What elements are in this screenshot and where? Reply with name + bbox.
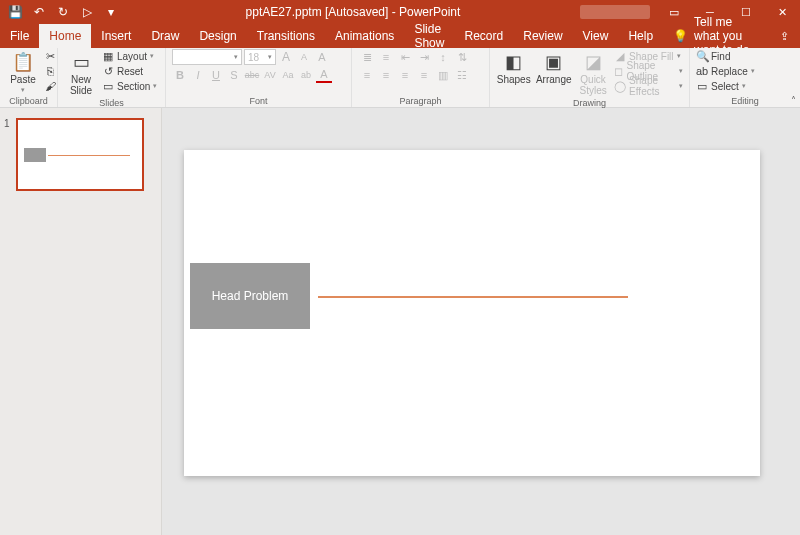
group-label-clipboard: Clipboard: [6, 96, 51, 107]
shapes-icon: ◧: [505, 51, 522, 73]
strikethrough-button[interactable]: abc: [244, 67, 260, 83]
shrink-font-button[interactable]: A: [296, 49, 312, 65]
workspace: 1 Head Problem: [0, 108, 800, 535]
ribbon-display-options-button[interactable]: ▭: [656, 0, 692, 24]
save-button[interactable]: 💾: [6, 3, 24, 21]
columns-button[interactable]: ▥: [434, 67, 452, 83]
qat-customize-button[interactable]: ▾: [102, 3, 120, 21]
thumb-shape-line: [48, 155, 130, 156]
slide-canvas-area[interactable]: Head Problem: [162, 108, 800, 535]
new-slide-icon: ▭: [73, 51, 90, 73]
cut-icon: ✂: [44, 50, 56, 63]
tab-animations[interactable]: Animations: [325, 24, 404, 48]
smartart-button[interactable]: ☷: [453, 67, 471, 83]
user-account[interactable]: [580, 5, 650, 19]
window-title: pptAE27.pptm [Autosaved] - PowerPoint: [126, 5, 580, 19]
shadow-button[interactable]: S: [226, 67, 242, 83]
slide[interactable]: Head Problem: [184, 150, 760, 476]
find-button[interactable]: 🔍Find: [696, 49, 755, 63]
increase-indent-button[interactable]: ⇥: [415, 49, 433, 65]
paste-button[interactable]: 📋 Paste ▾: [6, 49, 40, 96]
grow-font-button[interactable]: A: [278, 49, 294, 65]
start-from-beginning-button[interactable]: ▷: [78, 3, 96, 21]
find-icon: 🔍: [696, 50, 708, 63]
replace-icon: ab: [696, 65, 708, 77]
replace-button[interactable]: abReplace▾: [696, 64, 755, 78]
justify-button[interactable]: ≡: [415, 67, 433, 83]
slide-thumbnail-panel: 1: [0, 108, 162, 535]
change-case-button[interactable]: Aa: [280, 67, 296, 83]
tab-view[interactable]: View: [573, 24, 619, 48]
highlight-button[interactable]: ab: [298, 67, 314, 83]
quick-styles-button[interactable]: ◪ Quick Styles: [576, 49, 610, 98]
tab-design[interactable]: Design: [189, 24, 246, 48]
numbering-button[interactable]: ≡: [377, 49, 395, 65]
char-spacing-button[interactable]: AV: [262, 67, 278, 83]
align-right-button[interactable]: ≡: [396, 67, 414, 83]
group-label-font: Font: [172, 96, 345, 107]
layout-icon: ▦: [102, 50, 114, 63]
group-font: ▾ 18▾ A A A B I U S abc AV Aa ab A: [166, 48, 352, 107]
close-button[interactable]: ✕: [764, 0, 800, 24]
tell-me-search[interactable]: 💡 Tell me what you want to do: [663, 24, 768, 48]
format-painter-icon: 🖌: [44, 80, 56, 92]
font-size-combo[interactable]: 18▾: [244, 49, 276, 65]
shape-outline-icon: ◻: [614, 65, 623, 78]
text-direction-button[interactable]: ⇅: [453, 49, 471, 65]
slide-number: 1: [4, 118, 12, 191]
group-label-editing: Editing: [696, 96, 794, 107]
ribbon: 📋 Paste ▾ ✂ ⎘ 🖌 Clipboard ▭ New Slide ▦L…: [0, 48, 800, 108]
share-button[interactable]: ⇪: [768, 24, 800, 48]
shape-fill-icon: ◢: [614, 50, 626, 63]
tab-file[interactable]: File: [0, 24, 39, 48]
group-label-slides: Slides: [64, 98, 159, 109]
copy-button[interactable]: ⎘: [44, 64, 56, 78]
copy-icon: ⎘: [44, 65, 56, 77]
group-drawing: ◧ Shapes ▣ Arrange ◪ Quick Styles ◢Shape…: [490, 48, 690, 107]
tab-review[interactable]: Review: [513, 24, 572, 48]
bold-button[interactable]: B: [172, 67, 188, 83]
tab-record[interactable]: Record: [455, 24, 514, 48]
font-family-combo[interactable]: ▾: [172, 49, 242, 65]
lightbulb-icon: 💡: [673, 29, 688, 43]
section-button[interactable]: ▭Section▾: [102, 79, 157, 93]
quick-access-toolbar: 💾 ↶ ↻ ▷ ▾: [0, 3, 126, 21]
align-left-button[interactable]: ≡: [358, 67, 376, 83]
decorative-line[interactable]: [318, 296, 628, 298]
collapse-ribbon-button[interactable]: ˄: [791, 95, 796, 106]
tab-help[interactable]: Help: [618, 24, 663, 48]
font-color-button[interactable]: A: [316, 67, 332, 83]
bullets-button[interactable]: ≣: [358, 49, 376, 65]
line-spacing-button[interactable]: ↕: [434, 49, 452, 65]
reset-button[interactable]: ↺Reset: [102, 64, 157, 78]
quick-styles-icon: ◪: [585, 51, 602, 73]
redo-button[interactable]: ↻: [54, 3, 72, 21]
shapes-button[interactable]: ◧ Shapes: [496, 49, 531, 87]
layout-button[interactable]: ▦Layout▾: [102, 49, 157, 63]
select-icon: ▭: [696, 80, 708, 93]
format-painter-button[interactable]: 🖌: [44, 79, 56, 93]
undo-button[interactable]: ↶: [30, 3, 48, 21]
group-label-paragraph: Paragraph: [358, 96, 483, 107]
decrease-indent-button[interactable]: ⇤: [396, 49, 414, 65]
cut-button[interactable]: ✂: [44, 49, 56, 63]
new-slide-button[interactable]: ▭ New Slide: [64, 49, 98, 98]
shape-effects-icon: ◯: [614, 80, 626, 93]
arrange-button[interactable]: ▣ Arrange: [535, 49, 572, 87]
italic-button[interactable]: I: [190, 67, 206, 83]
underline-button[interactable]: U: [208, 67, 224, 83]
tab-home[interactable]: Home: [39, 24, 91, 48]
shape-effects-button[interactable]: ◯Shape Effects▾: [614, 79, 683, 93]
ribbon-tabs: File Home Insert Draw Design Transitions…: [0, 24, 800, 48]
align-center-button[interactable]: ≡: [377, 67, 395, 83]
tab-slideshow[interactable]: Slide Show: [404, 24, 454, 48]
clear-formatting-button[interactable]: A: [314, 49, 330, 65]
slide-thumbnail-1[interactable]: [16, 118, 144, 191]
arrange-icon: ▣: [545, 51, 562, 73]
tab-insert[interactable]: Insert: [91, 24, 141, 48]
title-placeholder[interactable]: Head Problem: [190, 263, 310, 329]
select-button[interactable]: ▭Select▾: [696, 79, 755, 93]
tab-draw[interactable]: Draw: [141, 24, 189, 48]
tab-transitions[interactable]: Transitions: [247, 24, 325, 48]
title-bar: 💾 ↶ ↻ ▷ ▾ pptAE27.pptm [Autosaved] - Pow…: [0, 0, 800, 24]
